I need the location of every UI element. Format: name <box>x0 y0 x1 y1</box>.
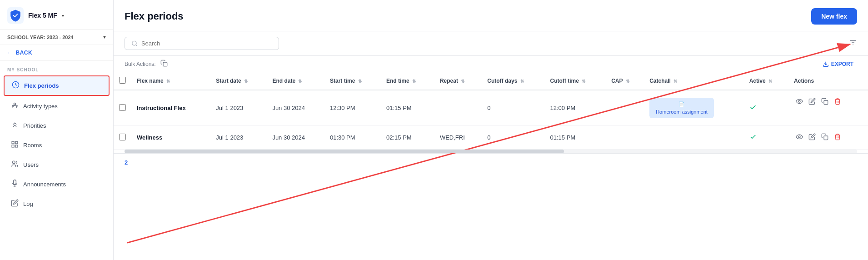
new-flex-button[interactable]: New flex <box>811 8 857 25</box>
svg-rect-22 <box>824 100 828 105</box>
catchall-cell: 📄 Homeroom assignment <box>644 90 743 126</box>
school-year-label: SCHOOL YEAR: 2023 - 2024 <box>7 35 74 40</box>
sort-icon: ⇅ <box>626 79 629 84</box>
flex-name-cell: Instructional Flex <box>131 90 210 126</box>
main-body: Bulk Actions: EXPORT Flex name ⇅ <box>114 31 868 260</box>
catchall-text: Homeroom assignment <box>656 109 708 115</box>
search-input[interactable] <box>141 40 272 47</box>
delete-icon[interactable] <box>834 98 841 106</box>
sort-icon: ⇅ <box>582 79 585 84</box>
catchall-badge: 📄 Homeroom assignment <box>649 98 714 118</box>
sidebar-item-label: Flex periods <box>24 82 59 89</box>
back-button[interactable]: ← BACK <box>0 45 113 61</box>
chevron-down-icon: ▾ <box>62 13 64 18</box>
edit-icon[interactable] <box>808 98 816 106</box>
cutoff-time-column-header[interactable]: Cutoff time ⇅ <box>545 72 606 90</box>
start-time-column-header[interactable]: Start time ⇅ <box>324 72 381 90</box>
start-time-cell: 12:30 PM <box>324 90 381 126</box>
start-date-column-header[interactable]: Start date ⇅ <box>210 72 267 90</box>
table-header-row: Flex name ⇅ Start date ⇅ End date ⇅ Star… <box>114 72 868 90</box>
flex-name-cell: Wellness <box>131 126 210 150</box>
repeat-cell: WED,FRI <box>434 126 482 150</box>
cutoff-days-cell: 0 <box>482 90 544 126</box>
end-time-column-header[interactable]: End time ⇅ <box>381 72 434 90</box>
sidebar-logo: Flex 5 MF ▾ <box>0 0 113 30</box>
sidebar-item-label: Priorities <box>23 122 46 129</box>
microphone-icon <box>11 180 19 189</box>
row-checkbox-cell[interactable] <box>114 90 131 126</box>
cap-cell <box>606 90 644 126</box>
end-date-cell: Jun 30 2024 <box>267 90 324 126</box>
priority-icon <box>11 121 19 130</box>
row-checkbox-cell[interactable] <box>114 126 131 150</box>
sort-icon: ⇅ <box>461 79 464 84</box>
log-icon <box>11 199 19 209</box>
row-checkbox[interactable] <box>119 104 126 111</box>
sort-icon: ⇅ <box>520 79 524 84</box>
svg-point-14 <box>132 41 136 45</box>
edit-icon[interactable] <box>808 133 816 142</box>
select-all-checkbox[interactable] <box>119 77 126 84</box>
export-label: EXPORT <box>831 61 853 67</box>
svg-rect-8 <box>15 145 18 147</box>
svg-point-9 <box>13 161 15 164</box>
flex-periods-table: Flex name ⇅ Start date ⇅ End date ⇅ Star… <box>114 72 868 150</box>
svg-rect-6 <box>15 141 18 144</box>
active-column-header[interactable]: Active ⇅ <box>744 72 788 90</box>
view-icon[interactable] <box>796 133 803 142</box>
end-date-cell: Jun 30 2024 <box>267 126 324 150</box>
copy-row-icon[interactable] <box>821 133 828 142</box>
my-school-section-label: MY SCHOOL <box>0 61 113 75</box>
svg-rect-19 <box>163 62 167 66</box>
catchall-column-header[interactable]: Catchall ⇅ <box>644 72 743 90</box>
svg-rect-24 <box>824 136 828 140</box>
school-year-selector[interactable]: SCHOOL YEAR: 2023 - 2024 ▾ <box>0 30 113 45</box>
active-checkmark-icon <box>749 104 757 111</box>
filter-icon[interactable] <box>849 39 857 49</box>
row-checkbox[interactable] <box>119 134 126 140</box>
users-icon <box>11 160 19 170</box>
end-time-cell: 01:15 PM <box>381 90 434 126</box>
catchall-cell <box>644 126 743 150</box>
page-number[interactable]: 2 <box>125 159 128 166</box>
end-time-cell: 02:15 PM <box>381 126 434 150</box>
sidebar-item-users[interactable]: Users <box>4 155 110 174</box>
sidebar-item-activity-types[interactable]: Activity types <box>4 97 110 115</box>
main-header: Flex periods New flex <box>114 0 868 31</box>
sort-icon: ⇅ <box>412 79 416 84</box>
school-name-label[interactable]: Flex 5 MF <box>28 12 57 19</box>
export-button[interactable]: EXPORT <box>823 61 857 67</box>
sidebar-item-rooms[interactable]: Rooms <box>4 136 110 155</box>
sidebar-item-priorities[interactable]: Priorities <box>4 116 110 135</box>
repeat-column-header[interactable]: Repeat ⇅ <box>434 72 482 90</box>
svg-line-15 <box>136 45 137 46</box>
sidebar-item-flex-periods[interactable]: Flex periods <box>4 75 110 96</box>
table-row: Instructional Flex Jul 1 2023 Jun 30 202… <box>114 90 868 126</box>
end-date-column-header[interactable]: End date ⇅ <box>267 72 324 90</box>
sort-icon: ⇅ <box>768 79 772 84</box>
cutoff-days-column-header[interactable]: Cutoff days ⇅ <box>482 72 544 90</box>
delete-icon[interactable] <box>834 133 841 142</box>
svg-rect-5 <box>12 141 14 144</box>
back-label: BACK <box>16 50 33 56</box>
search-icon <box>131 40 138 47</box>
cap-column-header[interactable]: CAP ⇅ <box>606 72 644 90</box>
copy-row-icon[interactable] <box>821 98 828 106</box>
flex-name-column-header[interactable]: Flex name ⇅ <box>131 72 210 90</box>
select-all-column[interactable] <box>114 72 131 90</box>
person-icon <box>11 101 19 111</box>
view-icon[interactable] <box>796 98 803 106</box>
toolbar <box>114 31 868 56</box>
sidebar-item-log[interactable]: Log <box>4 195 110 213</box>
search-box[interactable] <box>125 37 279 50</box>
sort-icon: ⇅ <box>298 79 302 84</box>
copy-icon[interactable] <box>160 60 168 68</box>
sort-icon: ⇅ <box>358 79 362 84</box>
sidebar-item-label: Log <box>23 200 33 207</box>
horizontal-scrollbar[interactable] <box>125 150 857 153</box>
table-row: Wellness Jul 1 2023 Jun 30 2024 01:30 PM… <box>114 126 868 150</box>
active-cell <box>744 90 788 126</box>
start-date-cell: Jul 1 2023 <box>210 126 267 150</box>
sidebar-item-announcements[interactable]: Announcements <box>4 175 110 194</box>
pagination: 2 <box>114 153 868 171</box>
